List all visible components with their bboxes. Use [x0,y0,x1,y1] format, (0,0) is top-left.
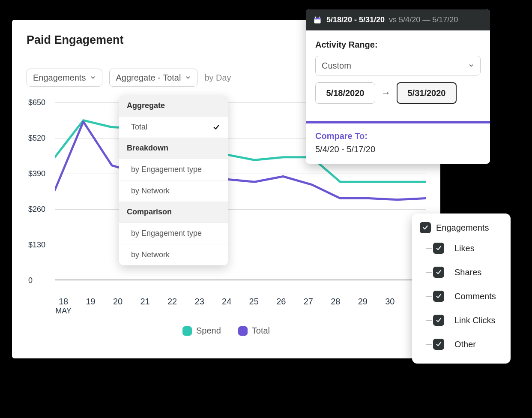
metric-dropdown[interactable]: Engagements [27,69,102,87]
calendar-icon [313,16,322,24]
dropdown-item-label: by Network [127,250,170,259]
legend-label: Spend [196,326,221,336]
y-axis: 0$130$260$390$520$650 [28,94,51,280]
legend-swatch [238,326,248,336]
checkbox-checked-icon [433,339,444,350]
by-day-label: by Day [204,73,231,83]
aggregate-dropdown[interactable]: Aggregate - Total [109,69,197,87]
dropdown-item-label: by Network [127,186,170,195]
metric-dropdown-label: Engagements [33,73,86,83]
chevron-down-icon [90,75,96,81]
dropdown-item-label: by Engagement type [127,165,202,174]
engagements-filter-panel: Engagements LikesSharesCommentsLink Clic… [412,214,511,364]
engagements-child-row[interactable]: Shares [426,262,503,283]
dropdown-group-header: Comparison [119,201,228,223]
legend-swatch [182,326,192,336]
x-tick-label: 30 [381,297,398,316]
start-date-value: 5/18/2020 [326,88,365,98]
date-inputs: 5/18/2020 → 5/31/2020 [315,82,481,104]
engagements-parent-row[interactable]: Engagements [420,222,503,233]
x-tick-label: 21 [137,297,154,316]
dropdown-group-header: Breakdown [119,138,228,159]
date-range-primary: 5/18/20 - 5/31/20 [326,15,385,24]
date-range-panel: 5/18/20 - 5/31/20 vs 5/4/20 — 5/17/20 Ac… [306,9,490,164]
x-tick-label: 27 [300,297,317,316]
engagements-child-label: Other [454,340,476,349]
x-tick-label: 18MAY [55,297,72,316]
y-tick-label: $520 [28,134,45,143]
chevron-down-icon [468,63,474,69]
legend-label: Total [252,326,270,336]
activity-range-value: Custom [322,61,351,71]
legend-item[interactable]: Total [238,326,270,336]
chart-legend: SpendTotal [27,326,426,336]
legend-item[interactable]: Spend [182,326,221,336]
compare-range-value: 5/4/20 - 5/17/20 [315,144,481,154]
check-icon [212,123,220,131]
checkbox-checked-icon [433,243,444,254]
engagements-child-row[interactable]: Other [426,334,503,355]
activity-range-select[interactable]: Custom [315,56,481,75]
engagements-child-row[interactable]: Comments [426,286,503,307]
aggregate-dropdown-panel: AggregateTotalBreakdownby Engagement typ… [119,95,228,265]
svg-rect-1 [314,18,321,19]
engagements-child-row[interactable]: Likes [426,238,503,259]
dropdown-item[interactable]: by Engagement type [119,223,228,244]
checkbox-checked-icon [433,315,444,326]
dropdown-item[interactable]: by Network [119,180,228,201]
dropdown-item-label: Total [127,123,147,132]
engagements-child-label: Likes [454,244,475,253]
arrow-right-icon: → [381,87,391,99]
x-tick-label: 25 [245,297,263,316]
checkbox-checked-icon [433,267,444,278]
activity-range-label: Activity Range: [315,40,481,50]
end-date-value: 5/31/2020 [408,88,446,98]
compare-to-label: Compare To: [315,131,481,141]
x-tick-label: 24 [218,297,235,316]
engagements-child-label: Link Clicks [454,316,496,325]
y-tick-label: $390 [28,169,45,178]
x-month-label: MAY [55,307,72,316]
chevron-down-icon [185,75,191,81]
x-tick-label: 28 [327,297,344,316]
y-tick-label: 0 [28,276,33,285]
checkbox-checked-icon [420,222,431,233]
x-tick-label: 19 [82,297,99,316]
engagements-child-label: Shares [454,268,481,277]
dropdown-item-label: by Engagement type [127,229,202,238]
dropdown-group-header: Aggregate [119,95,228,116]
svg-rect-3 [319,16,320,18]
y-tick-label: $130 [28,241,45,250]
date-range-bar[interactable]: 5/18/20 - 5/31/20 vs 5/4/20 — 5/17/20 [306,9,490,30]
engagements-child-label: Comments [454,292,496,301]
dropdown-item[interactable]: by Engagement type [119,159,228,180]
y-tick-label: $260 [28,205,45,214]
x-tick-label: 29 [354,297,371,316]
dropdown-item[interactable]: by Network [119,244,228,265]
svg-rect-2 [315,16,316,18]
dropdown-item[interactable]: Total [119,116,228,138]
checkbox-checked-icon [433,291,444,302]
engagements-children: LikesSharesCommentsLink ClicksOther [426,238,503,355]
x-tick-label: 20 [109,297,126,316]
engagements-child-row[interactable]: Link Clicks [426,310,503,331]
x-tick-label: 23 [191,297,208,316]
x-tick-label: 22 [164,297,181,316]
engagements-parent-label: Engagements [436,223,489,233]
x-axis: 18MAY19202122232425262728293031 [55,297,426,316]
aggregate-dropdown-label: Aggregate - Total [116,73,181,83]
y-tick-label: $650 [28,98,45,107]
end-date-input[interactable]: 5/31/2020 [397,82,457,104]
date-range-secondary: vs 5/4/20 — 5/17/20 [389,15,458,24]
x-tick-label: 26 [272,297,290,316]
start-date-input[interactable]: 5/18/2020 [315,82,375,104]
